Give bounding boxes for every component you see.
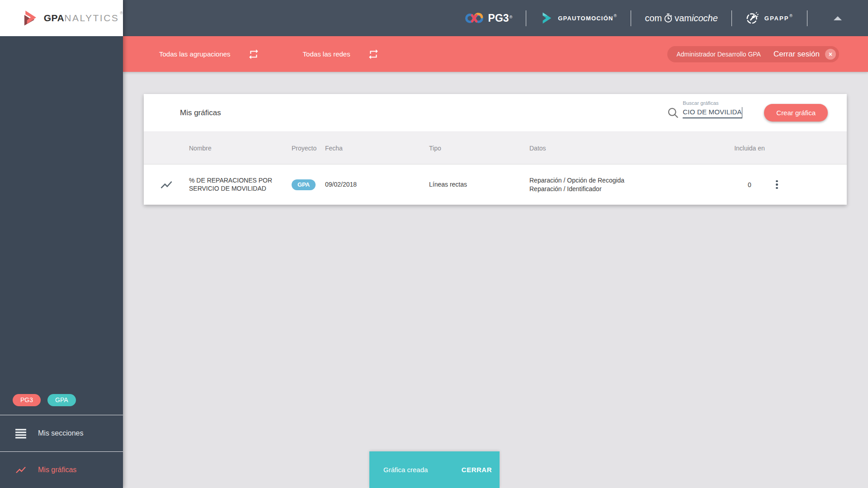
snackbar: Gráfica creada CERRAR <box>369 451 500 488</box>
card-header-actions: Buscar gráficas Crear gráfica <box>667 104 828 122</box>
column-header-datos: Datos <box>529 145 727 152</box>
filter-bar: Todas las agrupaciones Todas las redes A… <box>123 36 868 72</box>
topbar-divider <box>731 10 732 26</box>
gpanalytics-logo: GPANALYTICS® <box>0 0 123 36</box>
filter-agrupaciones[interactable]: Todas las agrupaciones <box>159 48 259 60</box>
topbar-divider <box>631 10 631 26</box>
row-data: Reparación / Opción de Recogida Reparaci… <box>529 176 727 193</box>
product-link-comovamicoche[interactable]: com vamicoche <box>645 13 717 23</box>
table-header-row: Nombre Proyecto Fecha Tipo Datos Incluid… <box>144 131 847 164</box>
column-header-incluida-en: Incluida en <box>727 145 772 152</box>
logo-nalytics: NALYTICS <box>64 13 119 23</box>
topbar: PG3® GPAUTOMOCIÓN® com vamicoche <box>123 0 868 36</box>
chevron-up-icon[interactable] <box>834 16 842 20</box>
chart-line-icon <box>15 464 27 476</box>
chart-line-icon <box>160 178 173 192</box>
row-name: % DE REPARACIONES POR SERVICIO DE MOVILI… <box>189 177 292 192</box>
topbar-divider <box>807 10 807 26</box>
logout-label: Cerrar sesión <box>774 50 820 59</box>
mis-graficas-card: Mis gráficas Buscar gráficas Crear gráfi… <box>144 94 847 205</box>
gpapp-wrench-icon <box>745 11 760 25</box>
swap-icon[interactable] <box>248 48 259 60</box>
pg3-infinity-icon <box>465 12 484 24</box>
row-date: 09/02/2018 <box>325 180 429 189</box>
badge-gpa[interactable]: GPA <box>47 394 76 406</box>
filter-agrupaciones-label: Todas las agrupaciones <box>159 50 231 58</box>
logout-icon: × <box>825 49 836 60</box>
stopwatch-icon <box>663 13 673 23</box>
sidebar-bottom: PG3 GPA Mis secciones Mis gráficas <box>0 394 123 488</box>
column-header-tipo: Tipo <box>429 145 529 152</box>
gpanalytics-arrow-icon <box>22 8 39 28</box>
snackbar-message: Gráfica creada <box>383 466 428 474</box>
column-header-proyecto: Proyecto <box>292 145 325 152</box>
logo-gpa: GPA <box>44 13 64 23</box>
kebab-menu-icon[interactable] <box>772 178 782 192</box>
sidebar-item-mis-secciones[interactable]: Mis secciones <box>0 415 123 451</box>
snackbar-close-button[interactable]: CERRAR <box>462 466 492 474</box>
column-header-nombre: Nombre <box>189 145 292 152</box>
user-session-pill: Administrador Desarrollo GPA Cerrar sesi… <box>667 46 839 62</box>
card-header: Mis gráficas Buscar gráficas Crear gráfi… <box>144 94 847 131</box>
sidebar: GPANALYTICS® PG3 GPA Mis secciones Mis g… <box>0 0 123 488</box>
sidebar-item-label: Mis gráficas <box>38 466 76 474</box>
search-field: Buscar gráficas <box>683 107 742 118</box>
product-label: GPAPP® <box>764 15 793 22</box>
logout-button[interactable]: Cerrar sesión × <box>774 49 836 60</box>
row-type: Líneas rectas <box>429 180 529 189</box>
product-label: GPAUTOMOCIÓN® <box>558 15 617 22</box>
product-link-gpautomocion[interactable]: GPAUTOMOCIÓN® <box>540 11 617 25</box>
create-chart-button[interactable]: Crear gráfica <box>764 104 828 122</box>
sidebar-badges: PG3 GPA <box>0 394 123 415</box>
filter-redes-label: Todas las redes <box>303 50 350 58</box>
column-header-fecha: Fecha <box>325 145 429 152</box>
gpanalytics-logo-text: GPANALYTICS® <box>44 13 123 23</box>
search-field-label: Buscar gráficas <box>683 100 718 106</box>
logo-registered-mark: ® <box>120 11 123 15</box>
search-icon[interactable] <box>667 107 679 119</box>
swap-icon[interactable] <box>368 48 379 60</box>
page-title: Mis gráficas <box>180 108 221 117</box>
badge-pg3[interactable]: PG3 <box>13 394 41 406</box>
table-row[interactable]: % DE REPARACIONES POR SERVICIO DE MOVILI… <box>144 164 847 205</box>
menu-lines-icon <box>15 427 27 439</box>
user-name: Administrador Desarrollo GPA <box>676 51 760 58</box>
sidebar-item-label: Mis secciones <box>38 429 83 437</box>
gpautomocion-arrow-icon <box>540 11 553 25</box>
filter-redes[interactable]: Todas las redes <box>303 48 379 60</box>
row-included-in: 0 <box>727 181 772 188</box>
product-link-pg3[interactable]: PG3® <box>465 12 513 24</box>
product-link-gpapp[interactable]: GPAPP® <box>745 11 793 25</box>
product-label: PG3® <box>488 12 513 24</box>
topbar-divider <box>526 10 526 26</box>
sidebar-item-mis-graficas[interactable]: Mis gráficas <box>0 452 123 488</box>
search-input[interactable] <box>683 107 742 118</box>
project-badge: GPA <box>292 179 316 190</box>
product-label: vamicoche <box>675 13 718 23</box>
product-label: com <box>645 13 662 23</box>
